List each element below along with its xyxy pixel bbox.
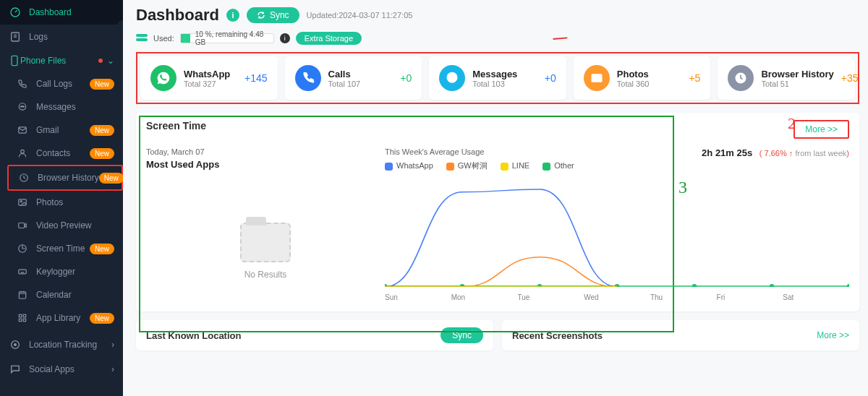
sidebar-item-social-apps[interactable]: Social Apps › <box>0 357 123 382</box>
legend-item: WhatsApp <box>385 161 433 171</box>
sync-button[interactable]: Sync <box>247 7 299 23</box>
sidebar-item-keylogger[interactable]: Keylogger <box>7 260 123 283</box>
logs-icon <box>9 30 22 43</box>
empty-folder-icon <box>240 223 291 262</box>
xaxis-label: Tue <box>517 293 584 301</box>
card-title: Calls <box>328 69 361 79</box>
card-delta: +0 <box>400 72 412 84</box>
history-icon <box>17 171 30 184</box>
keyboard-icon <box>16 265 29 278</box>
sidebar-item-call-logs[interactable]: Call LogsNew <box>7 72 123 95</box>
location-sync-button[interactable]: Sync <box>441 327 483 343</box>
svg-rect-18 <box>19 319 22 322</box>
sidebar-item-logs[interactable]: Logs <box>0 25 123 49</box>
stat-card-browser-history[interactable]: Browser HistoryTotal 51+35 <box>718 56 855 100</box>
screentime-icon <box>16 242 29 255</box>
svg-point-31 <box>770 284 774 287</box>
sidebar-group-phone-files[interactable]: Phone Files ⌄ <box>0 49 123 72</box>
sidebar-item-label: Photos <box>36 197 114 207</box>
sidebar-item-gmail[interactable]: GmailNew <box>7 119 123 142</box>
chat-icon <box>439 65 465 91</box>
stat-card-messages[interactable]: MessagesTotal 103+0 <box>429 56 566 100</box>
no-results: No Results <box>146 178 385 301</box>
new-badge: New <box>90 79 114 90</box>
sidebar-item-location-tracking[interactable]: Location Tracking › <box>0 332 123 357</box>
sidebar: Dashboard Logs Phone Files ⌄ Call LogsNe… <box>0 0 123 396</box>
storage-bar: 10 %, remaining 4.48 GB <box>180 33 274 43</box>
svg-rect-17 <box>23 314 26 317</box>
new-badge: New <box>90 244 114 254</box>
avg-usage-label: This Week's Average Usage <box>385 147 702 156</box>
sidebar-item-screen-time[interactable]: Screen TimeNew <box>7 237 123 260</box>
most-used-title: Most Used Apps <box>146 159 385 170</box>
legend-item: GW树洞 <box>446 160 488 171</box>
pct-change: ( 7.66% ↑ from last week) <box>760 149 849 158</box>
refresh-icon <box>257 11 265 20</box>
sidebar-item-label: Browser History <box>38 173 99 183</box>
sidebar-item-label: Gmail <box>36 125 90 135</box>
stat-card-calls[interactable]: CallsTotal 107+0 <box>285 56 422 100</box>
chevron-down-icon: ⌄ <box>107 56 114 66</box>
video-icon <box>16 219 29 232</box>
sidebar-item-label: Video Preview <box>36 220 114 231</box>
used-label: Used: <box>153 34 174 43</box>
svg-rect-23 <box>591 74 602 82</box>
xaxis-label: Fri <box>717 293 783 301</box>
svg-point-11 <box>20 201 22 202</box>
svg-rect-15 <box>19 292 25 298</box>
card-delta: +35 <box>841 72 859 84</box>
extra-storage-button[interactable]: Extra Storage <box>296 32 362 45</box>
info-dark-icon[interactable]: i <box>280 33 290 43</box>
svg-point-4 <box>21 106 22 107</box>
screenshots-more-link[interactable]: More >> <box>817 330 849 340</box>
sidebar-item-photos[interactable]: Photos <box>7 191 123 214</box>
svg-rect-19 <box>23 319 26 322</box>
new-badge: New <box>90 148 114 159</box>
card-delta: +0 <box>545 72 556 84</box>
svg-point-30 <box>692 284 697 287</box>
chevron-right-icon: › <box>111 364 114 374</box>
sidebar-item-contacts[interactable]: ContactsNew <box>7 142 123 165</box>
card-subtitle: Total 107 <box>328 79 361 88</box>
sidebar-item-messages[interactable]: Messages <box>7 95 123 119</box>
sidebar-dashboard-label: Dashboard <box>29 7 114 17</box>
card-subtitle: Total 103 <box>472 79 517 88</box>
info-icon[interactable]: i <box>226 9 239 22</box>
card-subtitle: Total 51 <box>761 79 833 88</box>
sidebar-item-label: Call Logs <box>36 79 90 89</box>
chevron-right-icon: › <box>111 340 114 350</box>
photo-icon <box>16 196 29 209</box>
chat-icon <box>16 100 29 113</box>
sidebar-phone-files-label: Phone Files <box>20 56 66 66</box>
history-icon <box>728 65 754 91</box>
svg-point-22 <box>447 72 458 83</box>
sidebar-item-calendar[interactable]: Calendar <box>7 283 123 306</box>
storage-text: 10 %, remaining 4.48 GB <box>195 34 273 43</box>
sidebar-item-label: Keylogger <box>36 267 114 277</box>
xaxis-label: Mon <box>451 293 518 301</box>
more-button[interactable]: More >> <box>793 120 849 139</box>
stat-cards-highlight: WhatsAppTotal 327+145CallsTotal 107+0Mes… <box>136 52 859 104</box>
stat-card-photos[interactable]: PhotosTotal 360+5 <box>574 56 711 100</box>
sidebar-item-video-preview[interactable]: Video Preview <box>7 214 123 237</box>
xaxis-label: Thu <box>650 293 717 301</box>
sidebar-item-app-library[interactable]: App LibraryNew <box>7 306 123 330</box>
calendar-icon <box>16 288 29 301</box>
main-content: / Dashboard i Sync Updated:2024-03-07 11… <box>123 0 868 396</box>
xaxis-label: Wed <box>584 293 650 301</box>
card-subtitle: Total 327 <box>184 79 230 88</box>
legend-item: LINE <box>501 161 529 171</box>
stat-card-whatsapp[interactable]: WhatsAppTotal 327+145 <box>140 56 278 100</box>
updated-text: Updated:2024-03-07 11:27:05 <box>307 11 413 20</box>
sidebar-item-label: Calendar <box>36 290 114 300</box>
phone-icon <box>295 65 321 91</box>
total-time: 2h 21m 25s <box>702 147 752 158</box>
svg-point-6 <box>23 106 24 107</box>
chart-legend: WhatsAppGW树洞LINEOther <box>385 160 702 171</box>
card-delta: +145 <box>244 72 268 84</box>
usage-chart: SunMonTueWedThuFriSat <box>385 178 849 301</box>
target-icon <box>9 338 22 351</box>
svg-rect-16 <box>19 314 22 317</box>
sidebar-item-browser-history[interactable]: Browser HistoryNew <box>7 165 123 191</box>
sidebar-item-dashboard[interactable]: Dashboard <box>0 0 123 25</box>
